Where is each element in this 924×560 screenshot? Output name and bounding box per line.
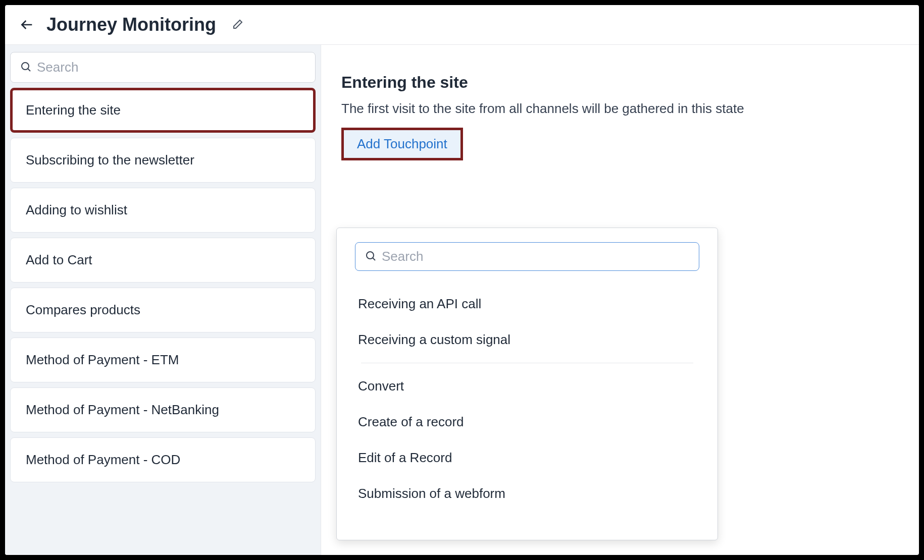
state-title: Entering the site (341, 73, 899, 92)
dropdown-search[interactable] (355, 242, 699, 271)
sidebar-item-entering-site[interactable]: Entering the site (10, 88, 316, 133)
header: Journey Monitoring (5, 5, 919, 45)
dropdown-item-label: Edit of a Record (358, 450, 452, 465)
dropdown-item-create-record[interactable]: Create of a record (341, 404, 713, 440)
sidebar-search-input[interactable] (37, 60, 306, 75)
svg-point-0 (22, 63, 29, 70)
sidebar: Entering the site Subscribing to the new… (5, 45, 321, 555)
dropdown-item-edit-record[interactable]: Edit of a Record (341, 440, 713, 476)
sidebar-item-payment-netbanking[interactable]: Method of Payment - NetBanking (10, 387, 316, 432)
dropdown-item-convert[interactable]: Convert (341, 368, 713, 404)
sidebar-item-wishlist[interactable]: Adding to wishlist (10, 188, 316, 233)
sidebar-item-payment-cod[interactable]: Method of Payment - COD (10, 437, 316, 482)
dropdown-item-label: Receiving a custom signal (358, 332, 510, 347)
sidebar-item-label: Entering the site (26, 102, 121, 118)
dropdown-search-input[interactable] (382, 249, 690, 264)
sidebar-item-label: Compares products (26, 302, 140, 317)
page-title: Journey Monitoring (46, 14, 216, 35)
dropdown-item-api-call[interactable]: Receiving an API call (341, 286, 713, 322)
sidebar-item-label: Method of Payment - ETM (26, 352, 179, 367)
sidebar-item-add-cart[interactable]: Add to Cart (10, 238, 316, 283)
sidebar-item-payment-etm[interactable]: Method of Payment - ETM (10, 338, 316, 382)
dropdown-item-label: Submission of a webform (358, 486, 505, 501)
sidebar-item-label: Method of Payment - NetBanking (26, 402, 219, 417)
dropdown-item-label: Convert (358, 378, 404, 394)
touchpoint-dropdown: Receiving an API call Receiving a custom… (336, 228, 718, 540)
sidebar-item-subscribing[interactable]: Subscribing to the newsletter (10, 138, 316, 183)
sidebar-item-label: Adding to wishlist (26, 202, 127, 217)
sidebar-search[interactable] (10, 52, 316, 83)
dropdown-divider (361, 363, 693, 363)
back-arrow-icon[interactable] (19, 17, 35, 33)
svg-point-1 (367, 252, 374, 259)
sidebar-item-label: Subscribing to the newsletter (26, 152, 194, 167)
search-icon (20, 61, 32, 75)
dropdown-item-label: Create of a record (358, 414, 464, 429)
dropdown-item-webform[interactable]: Submission of a webform (341, 476, 713, 512)
state-description: The first visit to the site from all cha… (341, 101, 899, 117)
sidebar-item-label: Method of Payment - COD (26, 452, 180, 467)
dropdown-item-label: Receiving an API call (358, 296, 481, 311)
search-icon (365, 250, 377, 264)
dropdown-item-custom-signal[interactable]: Receiving a custom signal (341, 322, 713, 358)
sidebar-item-label: Add to Cart (26, 252, 92, 267)
sidebar-item-compares[interactable]: Compares products (10, 288, 316, 332)
main-panel: Entering the site The first visit to the… (321, 45, 919, 555)
edit-icon[interactable] (231, 19, 243, 31)
add-touchpoint-button[interactable]: Add Touchpoint (341, 128, 463, 160)
